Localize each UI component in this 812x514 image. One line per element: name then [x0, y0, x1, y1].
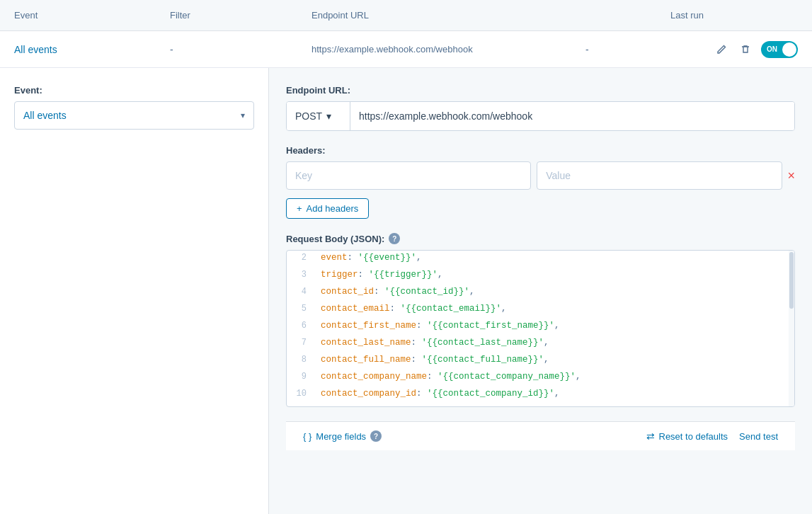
event-select[interactable]: All events ▾	[14, 101, 254, 130]
edit-button[interactable]	[713, 41, 730, 58]
trash-icon	[740, 44, 751, 55]
bottom-right: ⇄ Reset to defaults Send test	[646, 430, 779, 442]
send-test-button[interactable]: Send test	[739, 431, 778, 442]
col-header-event: Event	[14, 10, 170, 21]
headers-row: ×	[286, 161, 795, 190]
method-select[interactable]: POST ▾	[287, 102, 350, 130]
row-lastrun: -	[585, 44, 713, 55]
toggle[interactable]: ON	[761, 41, 798, 58]
event-select-value: All events	[23, 110, 241, 121]
headers-label: Headers:	[286, 145, 795, 156]
code-line-8: 8 contact_full_name: '{{contact_full_nam…	[287, 353, 794, 370]
merge-fields-label: Merge fields	[316, 431, 366, 442]
bottom-left: { } Merge fields ?	[303, 430, 382, 442]
scrollbar-thumb	[789, 252, 794, 309]
braces-icon: { }	[303, 431, 311, 442]
code-line-6: 6 contact_first_name: '{{contact_first_n…	[287, 319, 794, 336]
toggle-label: ON	[767, 45, 777, 53]
request-body-label-row: Request Body (JSON): ?	[286, 233, 795, 244]
code-editor[interactable]: 2 event: '{{event}}', 3 trigger: '{{trig…	[286, 250, 795, 407]
reset-label: Reset to defaults	[659, 431, 728, 442]
plus-icon: +	[297, 203, 302, 214]
send-test-label: Send test	[739, 431, 778, 442]
header-value-input[interactable]	[537, 161, 782, 190]
code-lines: 2 event: '{{event}}', 3 trigger: '{{trig…	[287, 251, 794, 406]
scrollbar[interactable]	[789, 251, 794, 406]
method-chevron-icon: ▾	[326, 110, 331, 122]
merge-fields-button[interactable]: { } Merge fields	[303, 431, 366, 442]
code-line-9: 9 contact_company_name: '{{contact_compa…	[287, 370, 794, 387]
code-line-11: 11 contact_job_title: '{{contact_job_tit…	[287, 404, 794, 406]
delete-button[interactable]	[737, 41, 754, 58]
add-headers-wrapper: + Add headers	[286, 198, 795, 219]
close-icon: ×	[788, 169, 796, 183]
chevron-down-icon: ▾	[241, 110, 245, 120]
endpoint-url-section: Endpoint URL: POST ▾	[286, 85, 795, 131]
code-line-2: 2 event: '{{event}}',	[287, 251, 794, 268]
remove-header-button[interactable]: ×	[788, 169, 796, 183]
toggle-knob	[782, 42, 796, 57]
endpoint-row: POST ▾	[286, 101, 795, 131]
col-header-filter: Filter	[170, 10, 311, 21]
table-header: Event Filter Endpoint URL Last run	[0, 0, 812, 31]
merge-fields-help-icon[interactable]: ?	[370, 430, 382, 442]
webhook-row: All events - https://example.webhook.com…	[0, 31, 812, 68]
add-headers-button[interactable]: + Add headers	[286, 198, 369, 219]
code-line-10: 10 contact_company_id: '{{contact_compan…	[287, 387, 794, 404]
code-line-3: 3 trigger: '{{trigger}}',	[287, 268, 794, 285]
right-panel: Endpoint URL: POST ▾ Headers: ×	[269, 68, 812, 514]
add-headers-label: Add headers	[307, 203, 359, 214]
request-body-help-icon[interactable]: ?	[389, 233, 400, 244]
endpoint-url-label: Endpoint URL:	[286, 85, 795, 96]
request-body-label-text: Request Body (JSON):	[286, 234, 384, 244]
code-line-7: 7 contact_last_name: '{{contact_last_nam…	[287, 336, 794, 353]
reset-to-defaults-button[interactable]: ⇄ Reset to defaults	[646, 430, 728, 442]
header-key-input[interactable]	[286, 161, 531, 190]
left-panel: Event: All events ▾	[0, 68, 269, 514]
code-line-4: 4 contact_id: '{{contact_id}}',	[287, 285, 794, 302]
webhook-actions: ON	[713, 41, 798, 58]
headers-section: Headers: ×	[286, 145, 795, 190]
method-value: POST	[295, 110, 322, 122]
main-layout: Event: All events ▾ Endpoint URL: POST ▾…	[0, 68, 812, 514]
bottom-bar: { } Merge fields ? ⇄ Reset to defaults S…	[286, 421, 795, 450]
url-input[interactable]	[350, 102, 794, 130]
row-filter: -	[170, 44, 311, 55]
col-header-endpoint: Endpoint URL	[311, 10, 670, 21]
row-event: All events	[14, 44, 170, 55]
event-field-label: Event:	[14, 85, 254, 96]
edit-icon	[716, 44, 727, 55]
reset-icon: ⇄	[646, 430, 655, 442]
row-endpoint: https://example.webhook.com/webhook	[311, 44, 585, 55]
request-body-section: Request Body (JSON): ? 2 event: '{{event…	[286, 233, 795, 407]
code-line-5: 5 contact_email: '{{contact_email}}',	[287, 302, 794, 319]
col-header-lastrun: Last run	[670, 10, 798, 21]
